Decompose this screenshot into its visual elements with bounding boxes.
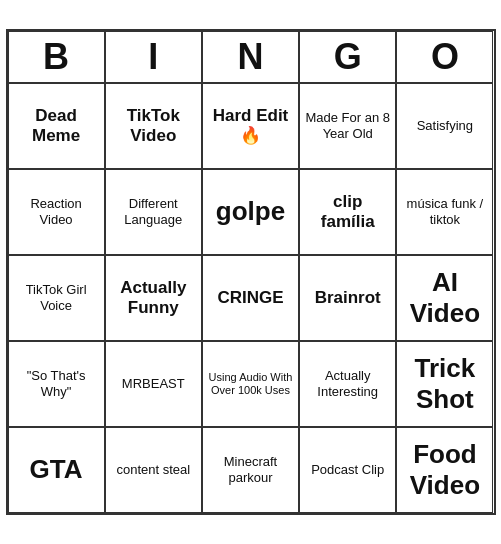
cell-text: Reaction Video (13, 196, 100, 227)
bingo-cell: Actually Interesting (299, 341, 396, 427)
bingo-cell: AI Video (396, 255, 493, 341)
bingo-cell: Satisfying (396, 83, 493, 169)
cell-text: Using Audio With Over 100k Uses (207, 371, 294, 397)
bingo-cell: Reaction Video (8, 169, 105, 255)
cell-text: clip família (304, 192, 391, 233)
cell-text: Podcast Clip (311, 462, 384, 478)
cell-text: Food Video (401, 439, 488, 501)
cell-text: Hard Edit🔥 (207, 106, 294, 147)
bingo-cell: CRINGE (202, 255, 299, 341)
cell-text: Actually Funny (110, 278, 197, 319)
cell-text: Satisfying (417, 118, 473, 134)
bingo-cell: TikTok Video (105, 83, 202, 169)
cell-text: Actually Interesting (304, 368, 391, 399)
bingo-cell: Made For an 8 Year Old (299, 83, 396, 169)
cell-text: "So That's Why" (13, 368, 100, 399)
bingo-card: BINGO Dead MemeTikTok VideoHard Edit🔥Mad… (6, 29, 496, 515)
bingo-grid: Dead MemeTikTok VideoHard Edit🔥Made For … (8, 83, 494, 513)
bingo-cell: Brainrot (299, 255, 396, 341)
cell-text: GTA (30, 454, 83, 485)
cell-text: música funk / tiktok (401, 196, 488, 227)
cell-text: golpe (216, 196, 285, 227)
bingo-cell: MRBEAST (105, 341, 202, 427)
cell-text: Different Language (110, 196, 197, 227)
cell-text: TikTok Girl Voice (13, 282, 100, 313)
bingo-cell: "So That's Why" (8, 341, 105, 427)
bingo-cell: clip família (299, 169, 396, 255)
bingo-cell: golpe (202, 169, 299, 255)
bingo-cell: Using Audio With Over 100k Uses (202, 341, 299, 427)
bingo-letter: B (8, 31, 105, 83)
bingo-cell: Food Video (396, 427, 493, 513)
bingo-cell: música funk / tiktok (396, 169, 493, 255)
cell-text: CRINGE (217, 288, 283, 308)
cell-text: MRBEAST (122, 376, 185, 392)
bingo-cell: Actually Funny (105, 255, 202, 341)
bingo-letter: I (105, 31, 202, 83)
cell-text: Trick Shot (401, 353, 488, 415)
cell-text: content steal (116, 462, 190, 478)
bingo-cell: Podcast Clip (299, 427, 396, 513)
cell-text: AI Video (401, 267, 488, 329)
bingo-letter: G (299, 31, 396, 83)
bingo-cell: Different Language (105, 169, 202, 255)
cell-text: Brainrot (315, 288, 381, 308)
cell-text: Dead Meme (13, 106, 100, 147)
bingo-letter: N (202, 31, 299, 83)
bingo-header: BINGO (8, 31, 494, 83)
cell-text: TikTok Video (110, 106, 197, 147)
cell-text: Made For an 8 Year Old (304, 110, 391, 141)
bingo-cell: content steal (105, 427, 202, 513)
bingo-cell: Trick Shot (396, 341, 493, 427)
bingo-cell: Dead Meme (8, 83, 105, 169)
bingo-letter: O (396, 31, 493, 83)
bingo-cell: GTA (8, 427, 105, 513)
bingo-cell: Minecraft parkour (202, 427, 299, 513)
bingo-cell: TikTok Girl Voice (8, 255, 105, 341)
bingo-cell: Hard Edit🔥 (202, 83, 299, 169)
cell-text: Minecraft parkour (207, 454, 294, 485)
